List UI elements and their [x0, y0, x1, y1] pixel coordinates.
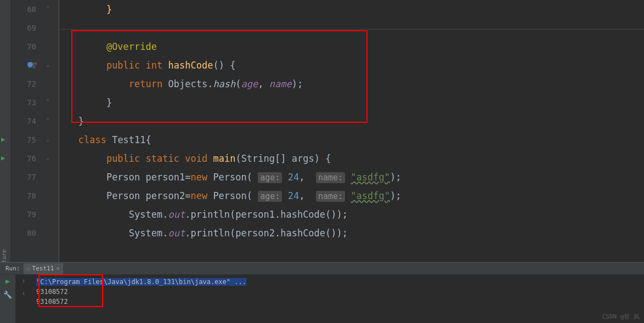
- text: Objects.: [162, 78, 213, 89]
- code-line[interactable]: Person person1=new Person( age: 24, name…: [61, 168, 644, 186]
- text: Person(: [207, 190, 252, 201]
- param-hint: name:: [316, 172, 345, 183]
- run-method-icon[interactable]: ▶: [1, 154, 5, 162]
- console-line: 93108572: [36, 297, 640, 307]
- code-content[interactable]: } @Override public int hashCode() { retu…: [59, 0, 644, 262]
- line-number: 68: [11, 0, 36, 19]
- text: System.: [129, 209, 168, 220]
- annotation: @Override: [106, 41, 157, 52]
- code-line[interactable]: @Override: [61, 37, 644, 56]
- text: ,: [299, 190, 310, 201]
- close-icon[interactable]: ×: [56, 265, 60, 272]
- brace: }: [106, 97, 112, 108]
- method-name: hashCode: [168, 60, 213, 71]
- field: name: [269, 78, 292, 89]
- code-line[interactable]: }: [61, 93, 644, 112]
- fold-gutter: ⌃ ⌄ ⌃ ⌃ ⌄ ⌄ ▶ ▶: [44, 0, 59, 262]
- down-arrow-icon[interactable]: ↓: [21, 289, 25, 297]
- code-line[interactable]: System.out.println(person2.hashCode());: [61, 224, 644, 242]
- run-label: Run:: [2, 265, 24, 272]
- text: (: [235, 78, 241, 89]
- run-tool-window: Run: ▦ Test11 × ▶ 🔧 ↑ ↓ "C:\Program File…: [0, 262, 644, 323]
- line-number-gutter: 68 69 70 71 72 73 74 75 76 77 78 79 80: [11, 0, 44, 262]
- code-line[interactable]: public static void main(String[] args) {: [61, 149, 644, 168]
- fold-start-icon[interactable]: ⌄: [46, 61, 50, 68]
- keyword: public: [106, 153, 140, 164]
- text: .println(person1.hashCode());: [185, 209, 348, 220]
- text: ,: [258, 78, 269, 89]
- keyword: new: [190, 190, 207, 201]
- keyword: void: [185, 153, 207, 164]
- text: () {: [213, 60, 235, 71]
- code-line[interactable]: return Objects.hash(age, name);: [61, 75, 644, 93]
- line-number: 78: [11, 186, 36, 205]
- method-separator: [59, 29, 644, 30]
- text: Person person2=: [106, 190, 191, 201]
- run-class-icon[interactable]: ▶: [1, 135, 5, 143]
- line-number: 79: [11, 205, 36, 224]
- console-line: 93108572: [36, 287, 640, 297]
- code-line[interactable]: [61, 19, 644, 37]
- code-line[interactable]: class Test11{: [61, 131, 644, 149]
- code-line[interactable]: }: [61, 112, 644, 131]
- code-line[interactable]: public int hashCode() {: [61, 56, 644, 75]
- fold-start-icon[interactable]: ⌄: [46, 135, 50, 143]
- text: );: [292, 78, 303, 89]
- number: 24: [288, 190, 299, 201]
- rerun-icon[interactable]: ▶: [5, 277, 10, 285]
- line-number: 74: [11, 112, 36, 131]
- text: );: [390, 190, 401, 201]
- console-line: "C:\Program Files\Java\jdk1.8.0_131\bin\…: [36, 277, 640, 287]
- field: out: [168, 209, 185, 220]
- code-line[interactable]: }: [61, 0, 644, 19]
- keyword: int: [146, 60, 163, 71]
- text: System.: [129, 228, 168, 239]
- text: .println(person2.hashCode());: [185, 228, 348, 239]
- run-tab[interactable]: ▦ Test11 ×: [24, 263, 63, 274]
- fold-end-icon[interactable]: ⌃: [46, 117, 50, 124]
- line-number: 75: [11, 131, 36, 149]
- param-hint: age:: [258, 172, 282, 183]
- run-tab-name: Test11: [32, 265, 54, 272]
- console-output[interactable]: "C:\Program Files\Java\jdk1.8.0_131\bin\…: [32, 275, 644, 323]
- param-hint: name:: [316, 191, 345, 202]
- text: (String[] args) {: [235, 153, 331, 164]
- method-call: hash: [213, 78, 235, 89]
- field: out: [168, 228, 185, 239]
- run-toolbar: ▶ 🔧: [0, 275, 15, 323]
- param-hint: age:: [258, 191, 282, 202]
- line-number: 77: [11, 168, 36, 186]
- fold-end-icon[interactable]: ⌃: [46, 98, 50, 105]
- settings-icon[interactable]: 🔧: [3, 291, 12, 299]
- line-number: 70: [11, 37, 36, 56]
- keyword: class: [78, 134, 106, 145]
- class-name: Test11{: [106, 134, 151, 145]
- keyword: public: [106, 60, 140, 71]
- string: "asdfg": [351, 172, 390, 183]
- text: Person person1=: [106, 172, 191, 183]
- keyword: static: [146, 153, 179, 164]
- keyword: return: [129, 78, 162, 89]
- field: age: [241, 78, 258, 89]
- fold-end-icon[interactable]: ⌃: [46, 5, 50, 12]
- number: 24: [288, 172, 299, 183]
- watermark: CSDN @登 风: [602, 313, 640, 321]
- line-number: 73: [11, 93, 36, 112]
- code-line[interactable]: System.out.println(person1.hashCode());: [61, 205, 644, 224]
- brace: }: [78, 116, 84, 127]
- brace: }: [106, 4, 112, 15]
- run-header: Run: ▦ Test11 ×: [0, 263, 644, 275]
- line-number: 69: [11, 19, 36, 37]
- code-editor[interactable]: 68 69 70 71 72 73 74 75 76 77 78 79 80 ⌃…: [11, 0, 644, 262]
- up-arrow-icon[interactable]: ↑: [21, 277, 25, 285]
- override-gutter-icon[interactable]: [27, 62, 33, 67]
- line-number: 76: [11, 149, 36, 168]
- string: "asdfg": [351, 190, 390, 201]
- override-arrow-icon: ↑: [34, 60, 38, 67]
- stack-icon: ▦: [27, 265, 30, 271]
- text: );: [390, 172, 401, 183]
- text: ,: [299, 172, 310, 183]
- code-line[interactable]: Person person2=new Person( age: 24, name…: [61, 186, 644, 205]
- fold-start-icon[interactable]: ⌄: [46, 154, 50, 161]
- run-body: ▶ 🔧 ↑ ↓ "C:\Program Files\Java\jdk1.8.0_…: [0, 275, 644, 323]
